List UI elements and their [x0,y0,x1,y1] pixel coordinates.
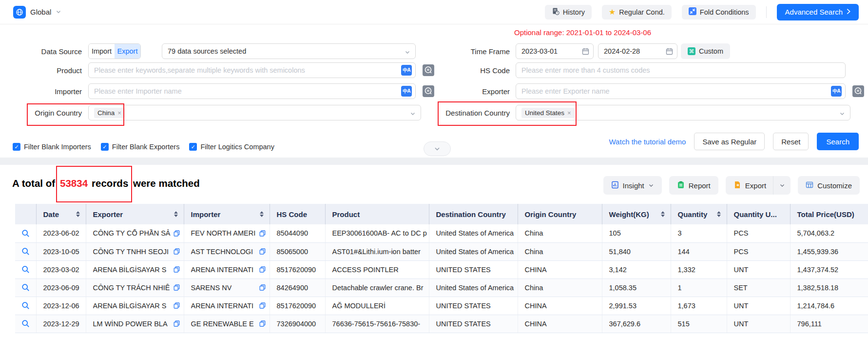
cell-view [15,224,36,242]
report-button[interactable]: Report [669,176,718,195]
translate-icon[interactable]: 中A [831,86,842,97]
start-date-field[interactable] [516,43,594,59]
sort-asc-icon[interactable] [174,211,178,214]
tutorial-link[interactable]: Watch the tutorial demo [609,138,686,146]
cell-date: 2023-06-09 [36,278,86,297]
view-record-icon[interactable] [21,283,30,292]
sort-asc-icon[interactable] [76,211,80,214]
column-header-quantity[interactable]: Quantity [671,204,727,224]
copy-icon[interactable] [174,284,180,291]
cell-destination-country: United States of America [429,242,518,260]
fold-conditions-button[interactable]: Fold Conditions [682,5,756,20]
data-sources-select[interactable]: 79 data sources selected [162,43,416,59]
export-toggle[interactable]: Export [115,44,140,59]
column-header-exporter[interactable]: Exporter [86,204,184,224]
sort-desc-icon[interactable] [260,215,264,217]
checkbox-checked-icon[interactable]: ✓ [189,143,197,151]
cell-origin-country: China [518,242,602,260]
importer-name[interactable]: ARENA INTERNATI [191,266,254,274]
copy-icon[interactable] [259,266,266,273]
sort-asc-icon[interactable] [717,211,721,214]
importer-name[interactable]: ARENA INTERNATI [191,302,254,310]
custom-range-button[interactable]: ⌘ Custom [681,43,730,59]
sort-icon[interactable] [260,211,264,217]
column-header-importer[interactable]: Importer [184,204,270,224]
import-toggle[interactable]: Import [89,44,115,59]
export-dropdown-toggle[interactable] [773,176,791,195]
cell-date: 2023-03-02 [36,260,86,278]
copy-icon[interactable] [174,248,180,255]
view-record-icon[interactable] [21,229,30,238]
view-record-icon[interactable] [21,247,30,256]
copy-icon[interactable] [174,266,180,273]
checkbox-checked-icon[interactable]: ✓ [101,143,109,151]
checkbox-checked-icon[interactable]: ✓ [13,143,20,151]
regular-cond-button[interactable]: ★ Regular Cond. [602,5,672,20]
sort-icon[interactable] [661,211,665,217]
importer-name[interactable]: AST TECHNOLOGI [191,248,253,256]
origin-country-select[interactable]: China × [88,105,421,120]
sort-icon[interactable] [76,211,80,217]
exporter-name[interactable]: ARENA BİLGİSAYAR S [93,302,167,310]
copy-icon[interactable] [259,302,266,309]
sort-desc-icon[interactable] [76,215,80,217]
reset-button[interactable]: Reset [773,133,809,150]
view-record-icon[interactable] [21,301,30,310]
translate-icon[interactable]: 中A [401,65,412,76]
exporter-name[interactable]: ARENA BİLGİSAYAR S [93,266,167,274]
sort-icon[interactable] [174,211,178,217]
save-as-regular-button[interactable]: Save as Regular [694,133,765,150]
customize-button[interactable]: Customize [798,176,860,195]
sort-icon[interactable] [717,211,721,217]
exporter-name[interactable]: CÔNG TY TRÁCH NHIÊ [93,284,170,292]
end-date-field[interactable] [598,43,677,59]
sort-desc-icon[interactable] [174,215,178,217]
sort-desc-icon[interactable] [661,215,665,217]
filter-logistics-company-checkbox[interactable]: ✓ Filter Logitics Company [189,143,274,151]
export-button[interactable]: Export [726,176,791,195]
view-record-icon[interactable] [21,319,30,328]
cell-date: 2023-10-05 [36,242,86,260]
column-header-weight[interactable]: Weight(KG) [602,204,671,224]
advanced-search-button[interactable]: Advanced Search [777,4,859,20]
product-input[interactable] [88,62,416,78]
exact-match-icon[interactable] [423,64,434,76]
copy-icon[interactable] [259,320,266,327]
importer-name[interactable]: SARENS NV [191,284,232,292]
sort-asc-icon[interactable] [260,211,264,214]
time-frame-label: Time Frame [437,47,510,56]
translate-icon[interactable]: 中A [401,86,412,97]
sort-desc-icon[interactable] [717,215,721,217]
remove-icon[interactable]: × [567,110,571,116]
destination-country-select[interactable]: United States × [516,105,850,120]
exact-match-icon[interactable] [423,85,434,97]
copy-icon[interactable] [174,320,180,327]
remove-icon[interactable]: × [117,110,121,116]
exporter-name[interactable]: CÔNG TY TNHH SEOJI [93,248,169,256]
cell-importer: ARENA INTERNATI [184,297,270,315]
filter-blank-exporters-checkbox[interactable]: ✓ Filter Blank Exporters [101,143,180,151]
exporter-name[interactable]: CÔNG TY CỔ PHẦN SẢ [93,229,171,237]
search-button[interactable]: Search [817,133,859,150]
copy-icon[interactable] [259,230,266,237]
exporter-input[interactable] [516,83,846,99]
importer-input[interactable] [88,83,416,99]
collapse-conditions-toggle[interactable] [424,141,451,156]
column-header-date[interactable]: Date [36,204,86,224]
region-selector[interactable]: Global [13,6,61,19]
copy-icon[interactable] [174,230,180,237]
hs-code-input[interactable] [516,62,846,78]
hs-code-label: HS Code [437,66,510,75]
history-button[interactable]: History [545,5,592,20]
copy-icon[interactable] [259,284,266,291]
importer-name[interactable]: GE RENEWABLE E [191,320,254,328]
importer-name[interactable]: FEV NORTH AMERI [191,229,256,237]
copy-icon[interactable] [259,248,266,255]
insight-button[interactable]: Insight [603,176,662,195]
sort-asc-icon[interactable] [661,211,665,214]
filter-blank-importers-checkbox[interactable]: ✓ Filter Blank Importers [13,143,91,151]
copy-icon[interactable] [174,302,180,309]
exact-match-icon[interactable] [852,85,864,97]
view-record-icon[interactable] [21,265,30,274]
exporter-name[interactable]: LM WİND POWER BLA [93,320,168,328]
